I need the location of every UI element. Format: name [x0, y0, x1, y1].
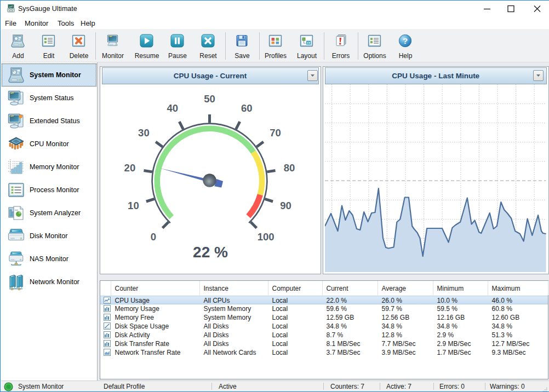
svg-text:22 %: 22 %	[193, 244, 228, 261]
svg-text:80: 80	[284, 162, 295, 174]
svg-text:30: 30	[138, 127, 150, 139]
svg-text:70: 70	[270, 127, 281, 139]
svg-text:50: 50	[204, 93, 215, 105]
svg-text:90: 90	[280, 200, 291, 211]
svg-text:?: ?	[403, 36, 408, 45]
svg-text:20: 20	[124, 162, 136, 174]
svg-text:100: 100	[258, 231, 274, 243]
svg-text:60: 60	[241, 102, 253, 114]
svg-text:0: 0	[151, 231, 156, 243]
svg-text:40: 40	[167, 102, 179, 114]
svg-text:10: 10	[128, 200, 139, 211]
